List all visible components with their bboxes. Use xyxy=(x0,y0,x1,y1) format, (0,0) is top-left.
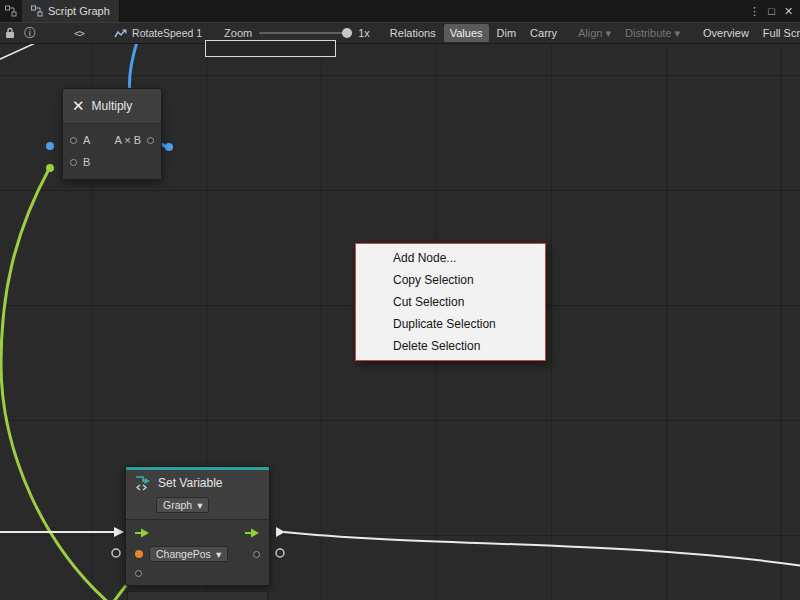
relations-button[interactable]: Relations xyxy=(384,24,442,42)
zoom-slider[interactable] xyxy=(259,32,351,34)
menu-item-delete-selection[interactable]: Delete Selection xyxy=(356,335,545,357)
port-b-input[interactable] xyxy=(70,159,77,166)
flow-out-icon[interactable] xyxy=(245,528,260,538)
chevron-down-icon: ▾ xyxy=(216,548,221,560)
flow-port-row xyxy=(126,523,269,543)
graph-canvas[interactable]: ✕ Multiply A A × B B xyxy=(0,44,800,600)
set-variable-header[interactable]: Set Variable xyxy=(126,470,269,495)
value-port-orange[interactable] xyxy=(135,550,143,558)
window-tab-bar: Script Graph ⋮ □ ✕ xyxy=(0,0,800,22)
wire-white-arrowhead-out xyxy=(276,527,285,537)
multiply-row-a: A A × B xyxy=(63,129,161,151)
set-variable-value-box[interactable] xyxy=(127,591,268,600)
scope-label: Graph xyxy=(163,499,192,511)
zoom-label: Zoom xyxy=(224,27,252,39)
value-out-port[interactable] xyxy=(253,551,260,558)
wire-white-topleft xyxy=(0,44,42,60)
chevron-down-icon: ▾ xyxy=(197,499,202,511)
port-output[interactable] xyxy=(147,137,154,144)
set-variable-node[interactable]: Set Variable Graph ▾ ChangePos ▾ xyxy=(125,466,270,586)
graph-toolbar: ⓘ <> RotateSpeed 1 Zoom 1x Relations Val… xyxy=(0,22,800,44)
zoom-slider-knob[interactable] xyxy=(342,28,352,38)
distribute-dropdown[interactable]: Distribute ▾ xyxy=(619,24,686,43)
variable-value-row: ChangePos ▾ xyxy=(126,543,269,565)
graph-panel-icon xyxy=(5,5,17,17)
align-dropdown[interactable]: Align ▾ xyxy=(572,24,617,43)
close-icon[interactable]: ✕ xyxy=(780,5,797,18)
port-a-input[interactable] xyxy=(70,137,77,144)
port-output-label: A × B xyxy=(114,134,141,146)
breadcrumb-label: RotateSpeed 1 xyxy=(132,27,202,39)
tabbar-spacer xyxy=(120,0,746,22)
panel-corner-icon[interactable] xyxy=(0,0,22,22)
context-menu: Add Node... Copy Selection Cut Selection… xyxy=(355,243,546,361)
tab-title: Script Graph xyxy=(48,5,110,17)
wire-white-arrowhead-in xyxy=(114,527,124,537)
maximize-icon[interactable]: □ xyxy=(763,5,780,17)
distribute-label: Distribute xyxy=(625,27,671,39)
chevron-down-icon: ▾ xyxy=(674,27,680,40)
extra-input-port[interactable] xyxy=(135,570,142,577)
extra-port-row xyxy=(126,565,269,585)
window-menu-icon[interactable]: ⋮ xyxy=(746,5,763,18)
menu-item-copy-selection[interactable]: Copy Selection xyxy=(356,269,545,291)
inline-edit-field[interactable] xyxy=(205,40,336,57)
menu-item-add-node[interactable]: Add Node... xyxy=(356,247,545,269)
menu-item-cut-selection[interactable]: Cut Selection xyxy=(356,291,545,313)
scope-dropdown[interactable]: Graph ▾ xyxy=(156,497,209,513)
variable-dropdown[interactable]: ChangePos ▾ xyxy=(149,546,228,562)
toolbar-buttons: Relations Values Dim Carry Align ▾ Distr… xyxy=(383,24,800,43)
multiply-row-b: B xyxy=(63,151,161,173)
graph-breadcrumb[interactable]: RotateSpeed 1 xyxy=(114,27,202,39)
carry-button[interactable]: Carry xyxy=(524,24,563,42)
lock-icon xyxy=(5,27,15,39)
multiply-node-title: Multiply xyxy=(92,99,133,113)
multiply-node-header[interactable]: ✕ Multiply xyxy=(63,89,161,124)
port-b-label: B xyxy=(83,156,90,168)
info-icon[interactable]: ⓘ xyxy=(20,25,40,42)
port-dot-green-b-input[interactable] xyxy=(46,164,54,172)
code-view-icon[interactable]: <> xyxy=(60,28,98,39)
graph-asset-icon xyxy=(114,28,127,39)
wire-green-long xyxy=(1,169,110,600)
tab-script-graph[interactable]: Script Graph xyxy=(22,0,120,22)
chevron-down-icon: ▾ xyxy=(605,27,611,40)
variable-name-label: ChangePos xyxy=(156,548,211,560)
menu-item-duplicate-selection[interactable]: Duplicate Selection xyxy=(356,313,545,335)
port-dot-blue-a-input[interactable] xyxy=(46,142,54,150)
zoom-value: 1x xyxy=(358,27,370,39)
overview-button[interactable]: Overview xyxy=(697,24,755,42)
window-controls: ⋮ □ ✕ xyxy=(746,0,800,22)
dim-button[interactable]: Dim xyxy=(491,24,523,42)
script-graph-icon xyxy=(31,5,43,17)
flow-in-icon[interactable] xyxy=(135,528,150,538)
set-variable-icon xyxy=(135,475,151,491)
align-label: Align xyxy=(578,27,602,39)
lock-button[interactable] xyxy=(0,23,20,43)
port-dot-blue-output[interactable] xyxy=(165,143,173,151)
multiply-node[interactable]: ✕ Multiply A A × B B xyxy=(62,88,162,180)
port-a-label: A xyxy=(83,134,90,146)
set-variable-title: Set Variable xyxy=(158,476,222,490)
full-screen-button[interactable]: Full Screen xyxy=(757,24,800,42)
zoom-control: Zoom 1x xyxy=(224,27,370,39)
wire-white-flow-out xyxy=(284,532,800,566)
values-button[interactable]: Values xyxy=(444,24,489,42)
port-ring-left[interactable] xyxy=(112,549,120,557)
set-variable-scope-row: Graph ▾ xyxy=(126,495,269,520)
multiply-icon: ✕ xyxy=(72,97,85,115)
port-ring-right[interactable] xyxy=(276,549,284,557)
multiply-node-body: A A × B B xyxy=(63,124,161,179)
